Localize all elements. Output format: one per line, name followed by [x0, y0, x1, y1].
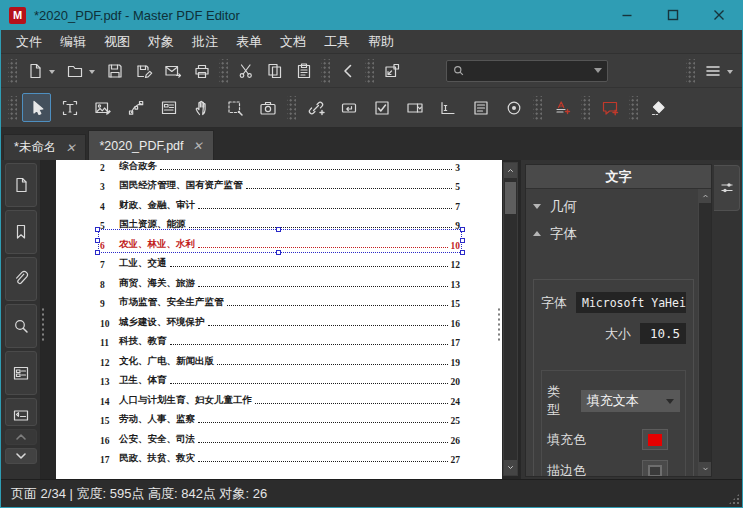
minimize-button[interactable]: [604, 0, 650, 30]
toc-row[interactable]: 6 农业、林业、水利 10: [100, 231, 460, 251]
sticky-note-icon: [601, 99, 619, 117]
toc-number: 4: [100, 202, 114, 212]
panel-scrollbar[interactable]: [698, 189, 711, 476]
window-resize-grip[interactable]: [728, 493, 740, 505]
toc-page-number: 27: [451, 455, 461, 465]
main-menu-button[interactable]: [699, 58, 737, 84]
panel-scroll-up-icon[interactable]: [699, 189, 711, 203]
select-tool-button[interactable]: [22, 93, 51, 122]
toc-number: 6: [100, 241, 114, 251]
toc-row[interactable]: 12 文化、广电、新闻出版 19: [100, 348, 460, 368]
search-dropdown-caret-icon[interactable]: [594, 68, 602, 73]
hand-tool-button[interactable]: [187, 93, 216, 122]
toc-row[interactable]: 4 财政、金融、审计 7: [100, 192, 460, 212]
back-button[interactable]: [334, 58, 361, 84]
toc-row[interactable]: 14 人口与计划生育、妇女儿童工作 24: [100, 387, 460, 407]
paste-button[interactable]: [290, 58, 317, 84]
combo-box-button[interactable]: [400, 93, 429, 122]
form-fields-icon: [12, 364, 30, 382]
maximize-button[interactable]: [650, 0, 696, 30]
save-button[interactable]: [101, 58, 128, 84]
menu-item[interactable]: 编辑: [51, 30, 95, 54]
toolbar-grip[interactable]: [8, 96, 17, 120]
form-fields-button[interactable]: [5, 351, 37, 395]
toc-row[interactable]: 11 科技、教育 17: [100, 329, 460, 349]
menu-item[interactable]: 表单: [227, 30, 271, 54]
scrollbar-track[interactable]: [504, 178, 517, 460]
radio-button-button[interactable]: [499, 93, 528, 122]
copy-button[interactable]: [261, 58, 288, 84]
menu-item[interactable]: 视图: [95, 30, 139, 54]
search-document-button[interactable]: [5, 304, 37, 348]
scroll-up-icon[interactable]: [504, 163, 517, 178]
section-geometry[interactable]: 几何: [533, 193, 694, 220]
menu-item[interactable]: 文件: [7, 30, 51, 54]
list-box-button[interactable]: [466, 93, 495, 122]
menu-item[interactable]: 工具: [315, 30, 359, 54]
cut-button[interactable]: [232, 58, 259, 84]
fill-color-label: 填充色: [547, 431, 586, 449]
save-as-button[interactable]: [130, 58, 157, 84]
font-family-input[interactable]: Microsoft YaHei: [576, 292, 686, 313]
toc-row[interactable]: 16 公安、安全、司法 26: [100, 426, 460, 446]
panel-splitter[interactable]: [497, 307, 501, 343]
menu-item[interactable]: 帮助: [359, 30, 403, 54]
tab-close-icon[interactable]: ✕: [65, 141, 75, 155]
edit-path-button[interactable]: [121, 93, 150, 122]
toc-row[interactable]: 17 民政、扶贫、救灾 27: [100, 446, 460, 466]
toolbar-grip[interactable]: [8, 59, 17, 83]
type-select[interactable]: 填充文本: [581, 390, 680, 412]
signatures-button[interactable]: [5, 398, 37, 426]
edit-text-button[interactable]: [55, 93, 84, 122]
toc-row[interactable]: 9 市场监管、安全生产监管 15: [100, 290, 460, 310]
bookmarks-button[interactable]: [5, 210, 37, 254]
menu-item[interactable]: 文档: [271, 30, 315, 54]
menu-item[interactable]: 批注: [183, 30, 227, 54]
toc-row[interactable]: 13 卫生、体育 20: [100, 368, 460, 388]
toc-dot-leader: [198, 208, 452, 209]
fit-page-button[interactable]: [378, 58, 405, 84]
document-tab[interactable]: *未命名 ✕: [3, 134, 86, 160]
toc-title: 工业、交通: [119, 257, 167, 270]
scroll-down-button[interactable]: [5, 448, 37, 464]
text-annotation-button[interactable]: [547, 93, 576, 122]
toc-row[interactable]: 2 综合政务 3: [100, 160, 460, 173]
scroll-down-icon[interactable]: [504, 460, 517, 475]
open-folder-button[interactable]: [61, 58, 99, 84]
search-input[interactable]: [465, 64, 594, 78]
toc-row[interactable]: 10 城乡建设、环境保护 16: [100, 309, 460, 329]
font-size-input[interactable]: 10.5: [640, 323, 686, 344]
attachments-button[interactable]: [5, 257, 37, 301]
document-scrollbar[interactable]: [503, 162, 518, 476]
sticky-note-button[interactable]: [595, 93, 624, 122]
edit-form-button[interactable]: [154, 93, 183, 122]
document-tab[interactable]: *2020_PDF.pdf ✕: [88, 130, 213, 160]
eraser-button[interactable]: [643, 93, 672, 122]
page-thumbnails-button[interactable]: [5, 163, 37, 207]
close-button[interactable]: [696, 0, 742, 30]
properties-tab[interactable]: [714, 165, 740, 211]
add-link-button[interactable]: [301, 93, 330, 122]
sidebar-splitter[interactable]: [41, 307, 45, 343]
section-font[interactable]: 字体: [533, 220, 694, 247]
toc-row[interactable]: 3 国民经济管理、国有资产监管 5: [100, 173, 460, 193]
new-document-button[interactable]: [21, 58, 59, 84]
stroke-color-swatch[interactable]: [642, 460, 668, 476]
scrollbar-thumb[interactable]: [505, 182, 516, 214]
menu-item[interactable]: 对象: [139, 30, 183, 54]
push-button-button[interactable]: [334, 93, 363, 122]
toc-row[interactable]: 8 商贸、海关、旅游 13: [100, 270, 460, 290]
tab-close-icon[interactable]: ✕: [193, 139, 203, 153]
scroll-up-button[interactable]: [5, 429, 37, 445]
text-field-button[interactable]: [433, 93, 462, 122]
toc-row[interactable]: 15 劳动、人事、监察 25: [100, 407, 460, 427]
send-email-button[interactable]: [159, 58, 186, 84]
edit-image-button[interactable]: [88, 93, 117, 122]
snapshot-button[interactable]: [253, 93, 282, 122]
toc-title: 人口与计划生育、妇女儿童工作: [119, 394, 252, 407]
print-button[interactable]: [188, 58, 215, 84]
fill-color-swatch[interactable]: [642, 429, 668, 450]
check-box-button[interactable]: [367, 93, 396, 122]
panel-scroll-down-icon[interactable]: [699, 462, 711, 476]
select-region-button[interactable]: [220, 93, 249, 122]
